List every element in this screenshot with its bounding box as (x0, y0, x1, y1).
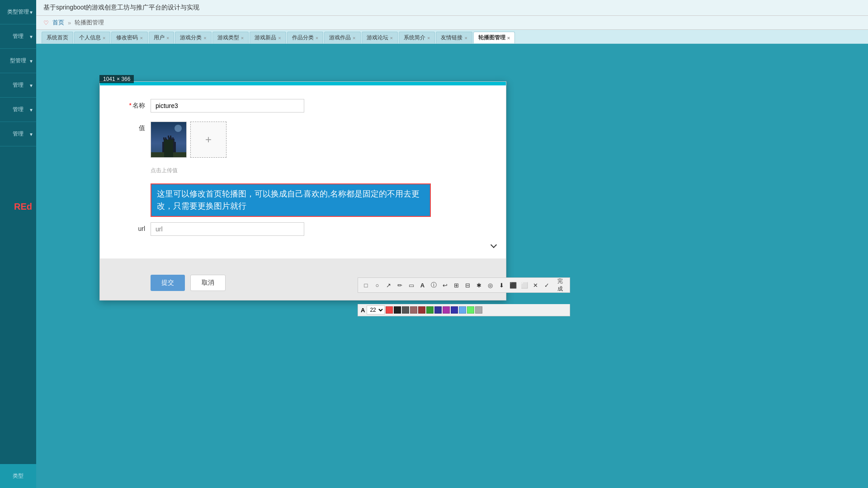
done-btn[interactable]: 完成 (553, 280, 567, 291)
color-swatch-red[interactable] (386, 306, 393, 314)
color-swatch-purple[interactable] (443, 306, 450, 314)
download-tool-btn[interactable]: ⬇ (496, 280, 507, 291)
tab-close-7[interactable]: × (316, 35, 318, 41)
tab-close-2[interactable]: × (140, 35, 142, 41)
target-tool-btn[interactable]: ◎ (485, 280, 495, 291)
tab-close-4[interactable]: × (203, 35, 206, 41)
color-swatch-green[interactable] (426, 306, 434, 314)
tab-2[interactable]: 修改密码× (111, 32, 147, 43)
arrow-tool-btn[interactable]: ↗ (383, 280, 394, 291)
color-swatch-darkblue[interactable] (434, 306, 442, 314)
svg-rect-3 (164, 139, 167, 145)
tab-0[interactable]: 系统首页 (42, 32, 73, 43)
castle-image (151, 122, 186, 158)
chevron-down-icon: ▼ (29, 107, 33, 112)
sidebar-item-4[interactable]: 管理 ▼ (0, 73, 36, 98)
tab-close-8[interactable]: × (353, 35, 355, 41)
circle-tool-btn[interactable]: ○ (372, 280, 382, 291)
tab-close-9[interactable]: × (390, 35, 393, 41)
color-swatch-lightgreen[interactable] (467, 306, 474, 314)
submit-button[interactable]: 提交 (151, 275, 185, 291)
color-toolbar: A 22 12 14 16 18 24 28 32 (358, 304, 570, 316)
color-swatch-brown[interactable] (410, 306, 417, 314)
tab-12[interactable]: 轮播图管理× (473, 32, 515, 43)
name-label: *名称 (118, 99, 145, 110)
tab-6[interactable]: 游戏新品× (250, 32, 286, 43)
tab-3[interactable]: 用户× (149, 32, 174, 43)
svg-rect-7 (165, 137, 166, 140)
color-swatch-darkred[interactable] (418, 306, 425, 314)
breadcrumb-current: 轮播图管理 (75, 19, 104, 27)
color-swatch-gray[interactable] (402, 306, 409, 314)
value-row: 值 (118, 122, 488, 158)
undo-tool-btn[interactable]: ↩ (440, 280, 450, 291)
heart-icon: ♡ (43, 19, 49, 26)
sidebar-item-label: 类型管理 (7, 9, 29, 15)
tab-9[interactable]: 游戏论坛× (362, 32, 398, 43)
add-tool-btn[interactable]: ⊞ (451, 280, 462, 291)
rect-tool-btn[interactable]: □ (361, 280, 371, 291)
dimension-label: 1041 × 366 (99, 75, 134, 83)
clip-tool-btn[interactable]: ⬛ (508, 280, 518, 291)
tab-8[interactable]: 游戏作品× (324, 32, 360, 43)
tab-1[interactable]: 个人信息× (74, 32, 110, 43)
tab-5[interactable]: 游戏类型× (212, 32, 249, 43)
pen-tool-btn[interactable]: ✏ (395, 280, 405, 291)
chevron-down-icon: ▼ (29, 58, 33, 63)
annotation-container: 这里可以修改首页轮播图，可以换成自己喜欢的,名称都是固定的不用去更改，只需要更换… (151, 183, 488, 217)
sidebar-item-6[interactable]: 管理 ▼ (0, 122, 36, 146)
tab-11[interactable]: 友情链接× (436, 32, 472, 43)
tab-10[interactable]: 系统简介× (399, 32, 435, 43)
mosaic-tool-btn[interactable]: ⊟ (462, 280, 473, 291)
sidebar-item-5[interactable]: 管理 ▼ (0, 98, 36, 122)
chevron-down-icon: ▼ (29, 9, 33, 14)
sidebar-item-label: 管理 (13, 33, 24, 39)
sidebar-item-3[interactable]: 型管理 ▼ (0, 49, 36, 73)
font-size-select[interactable]: 22 12 14 16 18 24 28 32 (367, 305, 385, 314)
star-tool-btn[interactable]: ✱ (474, 280, 484, 291)
font-icon: A (361, 307, 365, 314)
annotation-text[interactable]: 这里可以修改首页轮播图，可以换成自己喜欢的,名称都是固定的不用去更改，只需要更换… (151, 183, 431, 217)
tab-bar: 系统首页个人信息×修改密码×用户×游戏分类×游戏类型×游戏新品×作品分类×游戏作… (36, 30, 868, 44)
tab-close-11[interactable]: × (464, 35, 467, 41)
svg-rect-10 (168, 136, 169, 138)
color-swatch-blue[interactable] (451, 306, 458, 314)
breadcrumb-home[interactable]: 首页 (52, 19, 64, 27)
cancel-button[interactable]: 取消 (190, 275, 226, 291)
tab-close-3[interactable]: × (166, 35, 169, 41)
sidebar-item-1[interactable]: 类型管理 ▼ (0, 0, 36, 24)
text-tool-btn[interactable]: A (417, 280, 428, 291)
app-title: 基于springboot的游戏创意工坊与推广平台的设计与实现 (43, 4, 199, 11)
tab-7[interactable]: 作品分类× (287, 32, 323, 43)
url-input[interactable] (151, 222, 304, 236)
url-row: url (118, 222, 488, 236)
color-swatch-cyan[interactable] (459, 306, 466, 314)
tab-4[interactable]: 游戏分类× (175, 32, 211, 43)
value-label: 值 (118, 122, 145, 132)
image-thumbnail[interactable] (151, 122, 187, 158)
image-upload-area: + (151, 122, 226, 158)
sidebar-item-2[interactable]: 管理 ▼ (0, 24, 36, 49)
info-tool-btn[interactable]: ⓘ (429, 280, 439, 291)
rect2-tool-btn[interactable]: ▭ (406, 280, 416, 291)
tab-close-1[interactable]: × (103, 35, 105, 41)
svg-rect-12 (167, 147, 171, 153)
breadcrumb: ♡ 首页 » 轮播图管理 (36, 16, 868, 30)
color-swatch-silver[interactable] (475, 306, 482, 314)
name-input[interactable] (151, 99, 304, 113)
svg-rect-6 (163, 137, 165, 140)
save-tool-btn[interactable]: ⬜ (519, 280, 529, 291)
sidebar-bottom-item[interactable]: 类型 (0, 464, 36, 488)
confirm-tool-btn[interactable]: ✓ (542, 280, 552, 291)
tab-close-6[interactable]: × (278, 35, 281, 41)
color-swatch-black[interactable] (394, 306, 401, 314)
tab-close-10[interactable]: × (427, 35, 430, 41)
tab-close-5[interactable]: × (241, 35, 244, 41)
click-upload-hint: 点击上传值 (151, 167, 178, 174)
sidebar-item-label: 管理 (13, 82, 24, 88)
close-tool-btn[interactable]: ✕ (530, 280, 541, 291)
svg-rect-11 (170, 136, 171, 138)
add-image-button[interactable]: + (190, 122, 226, 158)
breadcrumb-separator: » (68, 19, 71, 26)
tab-close-12[interactable]: × (507, 35, 510, 41)
